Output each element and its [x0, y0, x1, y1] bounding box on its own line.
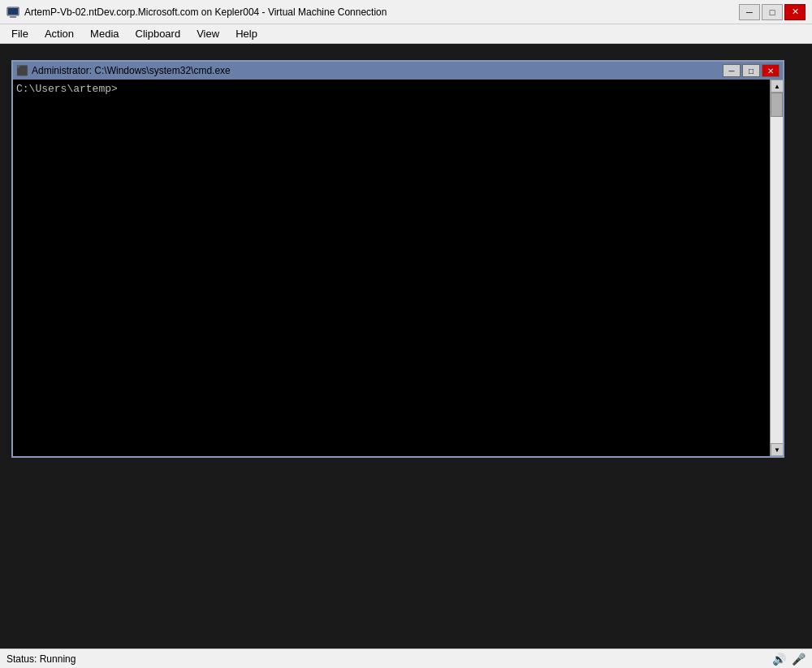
scrollbar-up-arrow[interactable]: ▲ — [771, 80, 783, 93]
cmd-content-wrapper: C:\Users\artemp> ▲ ▼ — [13, 80, 783, 456]
scrollbar-down-arrow[interactable]: ▼ — [771, 443, 783, 456]
cmd-title-bar: ⬛ Administrator: C:\Windows\system32\cmd… — [13, 62, 783, 80]
menu-view[interactable]: View — [188, 26, 227, 41]
cmd-scrollbar[interactable]: ▲ ▼ — [770, 80, 783, 456]
menu-help[interactable]: Help — [227, 26, 266, 41]
sound-icon: 🔊 — [771, 652, 786, 666]
status-bar: Status: Running 🔊 🎤 — [0, 649, 812, 668]
maximize-button[interactable]: □ — [762, 4, 783, 20]
menu-media[interactable]: Media — [82, 26, 127, 41]
title-bar: ArtemP-Vb-02.ntDev.corp.Microsoft.com on… — [0, 0, 812, 24]
cmd-title-text: Administrator: C:\Windows\system32\cmd.e… — [32, 65, 723, 76]
cmd-minimize-button[interactable]: ─ — [723, 64, 741, 77]
cmd-controls: ─ □ ✕ — [723, 64, 780, 77]
vm-icon — [6, 6, 19, 19]
status-label: Status: Running — [6, 653, 76, 665]
scrollbar-track[interactable] — [771, 93, 783, 443]
close-button[interactable]: ✕ — [784, 4, 806, 20]
svg-rect-1 — [10, 16, 16, 18]
cmd-maximize-button[interactable]: □ — [742, 64, 760, 77]
cmd-close-button[interactable]: ✕ — [762, 64, 780, 77]
cmd-prompt: C:\Users\artemp> — [16, 83, 118, 95]
menu-bar: File Action Media Clipboard View Help — [0, 24, 812, 44]
cmd-window: ⬛ Administrator: C:\Windows\system32\cmd… — [11, 60, 784, 458]
main-area: ⬛ Administrator: C:\Windows\system32\cmd… — [0, 44, 812, 649]
menu-clipboard[interactable]: Clipboard — [127, 26, 189, 41]
title-bar-controls: ─ □ ✕ — [739, 4, 806, 20]
minimize-button[interactable]: ─ — [739, 4, 760, 20]
menu-action[interactable]: Action — [37, 26, 82, 41]
window-title: ArtemP-Vb-02.ntDev.corp.Microsoft.com on… — [24, 6, 739, 18]
cmd-icon: ⬛ — [16, 65, 28, 76]
scrollbar-thumb[interactable] — [771, 93, 783, 117]
menu-file[interactable]: File — [3, 26, 37, 41]
cmd-content[interactable]: C:\Users\artemp> — [13, 80, 770, 456]
mic-icon: 🎤 — [791, 652, 806, 666]
status-icons: 🔊 🎤 — [771, 652, 806, 666]
svg-rect-2 — [8, 8, 18, 15]
